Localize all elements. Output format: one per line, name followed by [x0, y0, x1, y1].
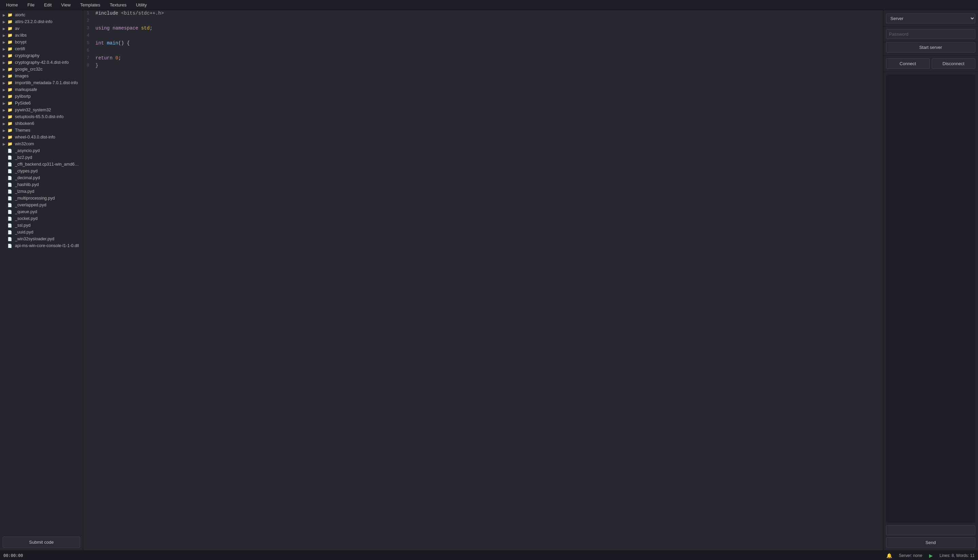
sidebar-folder-item[interactable]: ▶📁pywin32_system32 — [0, 107, 83, 113]
file-icon: 📄 — [7, 176, 13, 180]
sidebar-file-item[interactable]: ▶📄_multiprocessing.pyd — [0, 195, 83, 202]
folder-label: Themes — [15, 128, 30, 133]
folder-icon: 📁 — [7, 108, 13, 112]
menu-utility[interactable]: Utility — [131, 1, 152, 9]
sidebar-file-item[interactable]: ▶📄_win32sysloader.pyd — [0, 235, 83, 242]
expand-arrow: ▶ — [3, 95, 7, 98]
sidebar-file-item[interactable]: ▶📄_overlapped.pyd — [0, 202, 83, 208]
file-label: api-ms-win-core-console-l1-1-0.dll — [15, 243, 79, 248]
sidebar-folder-item[interactable]: ▶📁images — [0, 73, 83, 79]
editor-area[interactable]: 1#include <bits/stdc++.h>23using namespa… — [83, 10, 883, 550]
file-icon: 📄 — [7, 155, 13, 160]
start-server-button[interactable]: Start server — [886, 42, 975, 53]
server-select[interactable]: Server — [886, 13, 975, 23]
send-row: Send — [883, 537, 978, 550]
sidebar-file-item[interactable]: ▶📄_hashlib.pyd — [0, 181, 83, 188]
folder-icon: 📁 — [7, 19, 13, 24]
sidebar-file-item[interactable]: ▶📄_asyncio.pyd — [0, 147, 83, 154]
line-number: 7 — [83, 55, 94, 60]
file-icon: 📄 — [7, 217, 13, 221]
sidebar-folder-item[interactable]: ▶📁pylibsrtp — [0, 93, 83, 100]
folder-label: wheel-0.43.0.dist-info — [15, 135, 55, 140]
menu-file[interactable]: File — [23, 1, 39, 9]
message-input[interactable] — [886, 525, 975, 535]
message-input-row — [883, 525, 978, 537]
submit-code-button[interactable]: Submit code — [3, 537, 80, 548]
menu-templates[interactable]: Templates — [75, 1, 105, 9]
file-label: _queue.pyd — [15, 209, 37, 214]
expand-arrow: ▶ — [3, 68, 7, 71]
sidebar-file-item[interactable]: ▶📄_lzma.pyd — [0, 188, 83, 195]
sidebar-folder-item[interactable]: ▶📁av — [0, 25, 83, 32]
code-line: 1#include <bits/stdc++.h> — [83, 10, 883, 18]
send-button[interactable]: Send — [886, 537, 975, 548]
sidebar-file-item[interactable]: ▶📄api-ms-win-core-console-l1-1-0.dll — [0, 242, 83, 249]
sidebar-file-item[interactable]: ▶📄_ctypes.pyd — [0, 168, 83, 175]
line-number: 5 — [83, 40, 94, 45]
sidebar-folder-item[interactable]: ▶📁PySide6 — [0, 100, 83, 107]
file-label: _overlapped.pyd — [15, 203, 46, 207]
menu-view[interactable]: View — [57, 1, 75, 9]
sidebar-folder-item[interactable]: ▶📁setuptools-65.5.0.dist-info — [0, 113, 83, 120]
line-number: 3 — [83, 25, 94, 30]
disconnect-button[interactable]: Disconnect — [932, 58, 976, 69]
password-input[interactable] — [886, 29, 975, 39]
sidebar-file-item[interactable]: ▶📄_bz2.pyd — [0, 154, 83, 161]
file-icon: 📄 — [7, 196, 13, 201]
sidebar-file-item[interactable]: ▶📄_ssl.pyd — [0, 222, 83, 229]
folder-icon: 📁 — [7, 53, 13, 58]
menu-textures[interactable]: Textures — [105, 1, 131, 9]
folder-label: av — [15, 26, 19, 31]
menu-edit[interactable]: Edit — [39, 1, 57, 9]
sidebar-file-item[interactable]: ▶📄_cffi_backend.cp311-win_amd64.pyd — [0, 161, 83, 168]
file-icon: 📄 — [7, 149, 13, 153]
file-label: _ctypes.pyd — [15, 169, 38, 173]
file-label: _uuid.pyd — [15, 230, 33, 235]
sidebar-folder-item[interactable]: ▶📁bcrypt — [0, 39, 83, 45]
connect-button[interactable]: Connect — [886, 58, 930, 69]
line-number: 4 — [83, 33, 94, 38]
folder-label: importlib_metadata-7.0.1.dist-info — [15, 80, 78, 85]
line-content: #include <bits/stdc++.h> — [94, 10, 883, 16]
sidebar-folder-item[interactable]: ▶📁cryptography-42.0.4.dist-info — [0, 59, 83, 66]
line-content: int main() { — [94, 40, 883, 46]
code-line: 7 return 0; — [83, 55, 883, 62]
sidebar-folder-item[interactable]: ▶📁certifi — [0, 45, 83, 52]
folder-icon: 📁 — [7, 101, 13, 105]
folder-label: av.libs — [15, 33, 27, 38]
sidebar-file-item[interactable]: ▶📄_queue.pyd — [0, 208, 83, 215]
sidebar-folder-item[interactable]: ▶📁av.libs — [0, 32, 83, 39]
sidebar-folder-item[interactable]: ▶📁importlib_metadata-7.0.1.dist-info — [0, 79, 83, 86]
sidebar-folder-item[interactable]: ▶📁Themes — [0, 127, 83, 134]
sidebar-folder-item[interactable]: ▶📁markupsafe — [0, 86, 83, 93]
file-label: _multiprocessing.pyd — [15, 196, 55, 201]
server-status: Server: none — [899, 553, 922, 558]
sidebar-folder-item[interactable]: ▶📁win32com — [0, 140, 83, 147]
lines-words: Lines: 8, Words: 11 — [940, 553, 975, 558]
sidebar-file-item[interactable]: ▶📄_uuid.pyd — [0, 229, 83, 235]
file-icon: 📄 — [7, 223, 13, 228]
folder-icon: 📁 — [7, 114, 13, 119]
menu-home[interactable]: Home — [2, 1, 23, 9]
folder-icon: 📁 — [7, 67, 13, 72]
sidebar-file-item[interactable]: ▶📄_decimal.pyd — [0, 175, 83, 181]
statusbar: 00:00:00 🔔 Server: none ▶ Lines: 8, Word… — [0, 550, 978, 560]
sidebar-folder-item[interactable]: ▶📁aiortc — [0, 12, 83, 18]
sidebar-folder-item[interactable]: ▶📁shiboken6 — [0, 120, 83, 127]
folder-label: google_crc32c — [15, 67, 42, 72]
folder-icon: 📁 — [7, 26, 13, 31]
folder-label: cryptography — [15, 53, 39, 58]
sidebar-folder-item[interactable]: ▶📁attrs-23.2.0.dist-info — [0, 18, 83, 25]
expand-arrow: ▶ — [3, 142, 7, 146]
folder-icon: 📁 — [7, 121, 13, 126]
file-label: _lzma.pyd — [15, 189, 34, 194]
code-line: 2 — [83, 18, 883, 25]
folder-label: PySide6 — [15, 101, 31, 105]
code-line: 6 — [83, 48, 883, 55]
expand-arrow: ▶ — [3, 135, 7, 139]
file-icon: 📄 — [7, 183, 13, 187]
sidebar-folder-item[interactable]: ▶📁cryptography — [0, 52, 83, 59]
sidebar-folder-item[interactable]: ▶📁wheel-0.43.0.dist-info — [0, 134, 83, 140]
sidebar-folder-item[interactable]: ▶📁google_crc32c — [0, 66, 83, 73]
sidebar-file-item[interactable]: ▶📄_socket.pyd — [0, 215, 83, 222]
